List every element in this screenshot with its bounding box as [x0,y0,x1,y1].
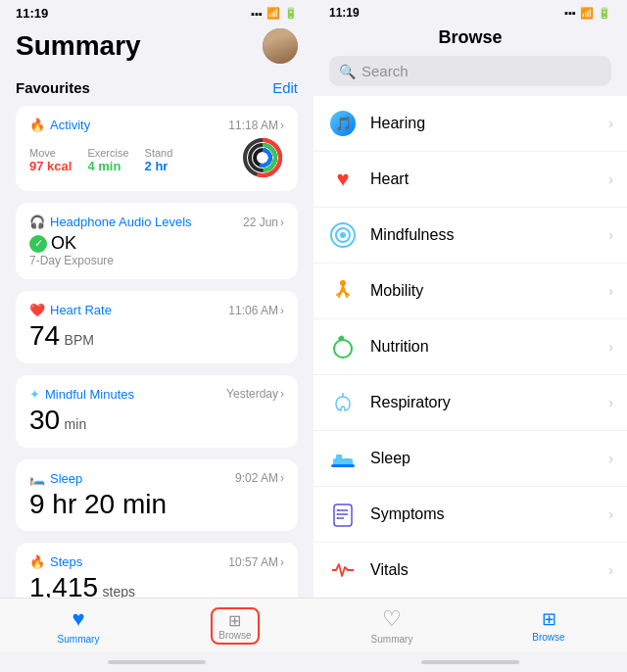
chevron-right-icon: › [608,171,613,187]
signal-icon: ▪▪▪ [564,7,576,19]
steps-header: 🔥 Steps 10:57 AM › [29,554,284,569]
left-tab-bar: ♥ Summary ⊞ Browse [0,598,314,652]
nutrition-label: Nutrition [370,338,608,356]
respiratory-icon-wrap [327,387,359,418]
tab-summary-left[interactable]: ♥ Summary [0,600,157,650]
sleep-card[interactable]: 🛏️ Sleep 9:02 AM › 9 hr 20 min [16,459,298,532]
heart-rate-value: 74 BPM [29,321,284,352]
activity-card-header: 🔥 Activity 11:18 AM › [29,118,284,132]
stand-metric: Stand 2 hr [145,147,173,173]
tab-browse-right[interactable]: ⊞ Browse [470,602,627,648]
headphone-card[interactable]: 🎧 Headphone Audio Levels 22 Jun › ✓ OK 7… [16,203,298,279]
grid-tab-icon: ⊞ [542,608,556,630]
summary-header: Summary [16,28,298,64]
mindful-card[interactable]: ✦ Mindful Minutes Yesterday › 30 min [16,375,298,448]
steps-card[interactable]: 🔥 Steps 10:57 AM › 1,415 steps [16,543,298,598]
list-item-vitals[interactable]: Vitals › [314,543,627,598]
symptoms-label: Symptoms [370,505,608,523]
sleep-list-label: Sleep [370,450,608,467]
mindful-title: ✦ Mindful Minutes [29,387,134,402]
vitals-label: Vitals [370,561,608,579]
chevron-right-icon: › [608,116,613,131]
grid-tab-icon: ⊞ [228,611,241,630]
browse-tab-box: ⊞ Browse [211,607,259,645]
heart-tab-icon: ♡ [382,606,402,632]
mindful-icon: ✦ [29,387,40,402]
mobility-icon-wrap [327,275,359,307]
left-content: Summary Favourites Edit 🔥 Activity 11:18… [0,24,314,598]
sleep-title: 🛏️ Sleep [29,471,82,486]
chevron-right-icon: › [608,283,613,299]
summary-title: Summary [16,30,141,62]
hearing-icon-wrap: 🎵 [327,108,359,139]
chevron-right-icon: › [280,216,284,229]
right-status-bar: 11:19 ▪▪▪ 📶 🔋 [314,0,627,24]
wifi-icon: 📶 [266,7,280,20]
svg-point-17 [334,340,352,358]
activity-card[interactable]: 🔥 Activity 11:18 AM › Move 97 kcal Exerc… [16,106,298,191]
right-tab-bar: ♡ Summary ⊞ Browse [314,598,627,652]
mobility-icon [329,277,357,305]
battery-icon: 🔋 [598,7,611,20]
chevron-right-icon: › [608,227,613,243]
avatar[interactable] [263,28,298,64]
heart-tab-icon: ♥ [72,606,84,632]
browse-list: 🎵 Hearing › ♥ Heart › [314,96,627,598]
headphone-card-header: 🎧 Headphone Audio Levels 22 Jun › [29,215,284,229]
list-item-nutrition[interactable]: Nutrition › [314,319,627,375]
sleep-icon: 🛏️ [29,471,45,486]
left-status-bar: 11:19 ▪▪▪ 📶 🔋 [0,0,314,24]
tab-browse-right-label: Browse [532,632,564,643]
search-bar[interactable]: 🔍 Search [329,56,611,86]
tab-browse-left[interactable]: ⊞ Browse [157,601,314,650]
tab-summary-right[interactable]: ♡ Summary [314,600,470,650]
respiratory-label: Respiratory [370,394,608,411]
heart-rate-title: ❤️ Heart Rate [29,303,112,317]
search-placeholder-text: Search [362,63,409,79]
mindfulness-icon [329,221,357,249]
tab-summary-right-label: Summary [371,634,413,645]
symptoms-icon [329,501,357,528]
check-icon: ✓ [29,235,47,253]
list-item-mindfulness[interactable]: Mindfulness › [314,208,627,264]
svg-point-29 [337,513,339,515]
sleep-value: 9 hr 20 min [29,490,284,520]
mindfulness-label: Mindfulness [370,226,608,244]
heart-rate-time: 11:06 AM › [228,304,284,317]
heart-label: Heart [370,170,608,188]
chevron-right-icon: › [280,304,284,317]
activity-title: 🔥 Activity [29,118,90,132]
svg-point-30 [337,517,339,519]
exercise-metric: Exercise 4 min [87,147,128,173]
list-item-mobility[interactable]: Mobility › [314,264,627,319]
list-item-respiratory[interactable]: Respiratory › [314,375,627,431]
svg-text:🎵: 🎵 [335,116,353,132]
list-item-hearing[interactable]: 🎵 Hearing › [314,96,627,152]
list-item-heart[interactable]: ♥ Heart › [314,152,627,208]
svg-rect-22 [331,464,355,467]
chevron-right-icon: › [280,471,284,485]
heart-rate-card[interactable]: ❤️ Heart Rate 11:06 AM › 74 BPM [16,291,298,363]
edit-button[interactable]: Edit [272,79,298,96]
favourites-label: Favourites [16,79,90,96]
chevron-right-icon: › [608,451,613,466]
list-item-sleep[interactable]: Sleep › [314,431,627,487]
left-home-indicator [0,652,314,672]
search-icon: 🔍 [339,64,356,79]
sleep-list-icon-wrap [327,443,359,474]
chevron-right-icon: › [280,387,284,401]
favourites-header: Favourites Edit [16,79,298,96]
sleep-header: 🛏️ Sleep 9:02 AM › [29,471,284,486]
svg-point-28 [337,509,339,511]
symptoms-icon-wrap [327,499,359,530]
chevron-right-icon: › [608,339,613,355]
list-item-symptoms[interactable]: Symptoms › [314,487,627,543]
steps-title: 🔥 Steps [29,554,82,569]
sleep-time: 9:02 AM › [235,471,284,485]
right-status-icons: ▪▪▪ 📶 🔋 [564,7,611,20]
heart-icon: ❤️ [29,303,45,317]
svg-text:♥: ♥ [336,167,349,191]
battery-icon: 🔋 [284,7,298,20]
activity-time: 11:18 AM › [228,119,284,132]
nutrition-icon [329,333,357,360]
